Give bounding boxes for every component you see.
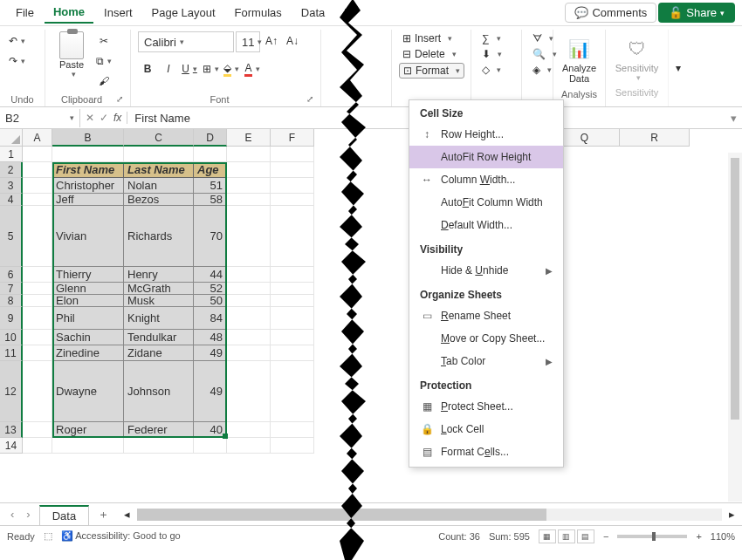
cell[interactable] xyxy=(271,295,314,307)
row-header-6[interactable]: 6 xyxy=(0,267,23,283)
cell[interactable]: Christopher xyxy=(52,178,124,194)
cell[interactable]: Sachin xyxy=(52,330,124,345)
undo-button[interactable]: ↶▾ xyxy=(7,31,26,51)
cell[interactable]: Zidane xyxy=(124,345,194,361)
scroll-right-icon[interactable]: ▸ xyxy=(729,508,735,521)
font-size-select[interactable]: 11▾ xyxy=(236,31,260,52)
cell[interactable] xyxy=(227,307,271,330)
clipboard-launcher[interactable]: ⤢ xyxy=(116,94,123,104)
cell[interactable]: Federer xyxy=(124,422,194,438)
zoom-in-button[interactable]: + xyxy=(696,531,701,542)
cell[interactable]: 84 xyxy=(194,307,227,330)
cell[interactable] xyxy=(23,283,52,295)
cell[interactable]: 49 xyxy=(194,345,227,361)
cell[interactable] xyxy=(23,307,52,330)
zoom-level[interactable]: 110% xyxy=(711,531,735,542)
menu-page-layout[interactable]: Page Layout xyxy=(143,3,224,23)
menu-item-autofit-column-width[interactable]: AutoFit Column Width xyxy=(409,191,563,214)
menu-item-lock-cell[interactable]: 🔒Lock Cell xyxy=(409,418,563,440)
cell[interactable] xyxy=(227,267,271,283)
cell[interactable] xyxy=(271,345,314,361)
row-header-14[interactable]: 14 xyxy=(0,438,23,454)
sheet-nav-prev[interactable]: ‹ xyxy=(7,508,17,521)
cell[interactable]: 48 xyxy=(194,330,227,345)
cell[interactable]: Vivian xyxy=(52,206,124,267)
sensitivity-button[interactable]: 🛡 Sensitivity ▾ xyxy=(613,31,661,85)
cell[interactable] xyxy=(271,206,314,267)
cell[interactable]: Glenn xyxy=(52,283,124,295)
italic-button[interactable]: I xyxy=(159,59,178,79)
cell[interactable] xyxy=(23,162,52,178)
macro-record-icon[interactable]: ⬚ xyxy=(44,530,52,542)
add-sheet-button[interactable]: ＋ xyxy=(94,506,112,523)
cell[interactable] xyxy=(227,361,271,422)
cell[interactable]: Phil xyxy=(52,307,124,330)
menu-item-default-width[interactable]: Default Width... xyxy=(409,214,563,236)
cell[interactable] xyxy=(227,162,271,178)
cell[interactable] xyxy=(227,206,271,267)
autosum-button[interactable]: ∑▾ xyxy=(478,31,505,45)
ribbon-collapse-button[interactable]: ▾ xyxy=(669,58,688,78)
cell[interactable] xyxy=(23,147,52,162)
cell[interactable]: Musk xyxy=(124,295,194,307)
cell[interactable] xyxy=(227,345,271,361)
font-name-select[interactable]: Calibri▾ xyxy=(138,31,234,52)
row-header-7[interactable]: 7 xyxy=(0,283,23,295)
cell[interactable] xyxy=(23,438,52,454)
cell[interactable]: First Name xyxy=(52,162,124,178)
cell[interactable] xyxy=(271,178,314,194)
cell[interactable] xyxy=(271,162,314,178)
column-header-C[interactable]: C xyxy=(124,129,194,147)
row-header-9[interactable]: 9 xyxy=(0,307,23,330)
cell[interactable] xyxy=(227,283,271,295)
copy-button[interactable]: ⧉▾ xyxy=(94,51,113,71)
underline-button[interactable]: U▾ xyxy=(180,59,199,79)
menu-formulas[interactable]: Formulas xyxy=(226,3,291,23)
sheet-tab-data[interactable]: Data xyxy=(39,505,89,526)
menu-item-move-or-copy-sheet[interactable]: Move or Copy Sheet... xyxy=(409,327,563,350)
cell[interactable] xyxy=(271,147,314,162)
cell[interactable] xyxy=(52,438,124,454)
cell[interactable]: Age xyxy=(194,162,227,178)
column-header-D[interactable]: D xyxy=(194,129,227,147)
menu-item-format-cells[interactable]: ▤Format Cells... xyxy=(409,440,563,463)
row-header-11[interactable]: 11 xyxy=(0,345,23,361)
comments-button[interactable]: 💬 Comments xyxy=(565,3,656,23)
cell[interactable] xyxy=(227,194,271,206)
cell[interactable]: 49 xyxy=(194,361,227,422)
menu-file[interactable]: File xyxy=(7,3,43,23)
menu-item-rename-sheet[interactable]: ▭Rename Sheet xyxy=(409,304,563,327)
enter-formula-icon[interactable]: ✓ xyxy=(100,112,108,124)
cell[interactable] xyxy=(227,295,271,307)
insert-cells-button[interactable]: ⊞Insert▾ xyxy=(399,31,456,45)
column-header-F[interactable]: F xyxy=(271,129,314,147)
cell[interactable] xyxy=(23,267,52,283)
vertical-scrollbar[interactable] xyxy=(728,153,742,502)
cell[interactable] xyxy=(23,330,52,345)
cell[interactable]: Jeff xyxy=(52,194,124,206)
decrease-font-button[interactable]: A↓ xyxy=(283,31,302,51)
view-page-layout-button[interactable]: ▥ xyxy=(558,529,575,543)
borders-button[interactable]: ⊞▾ xyxy=(201,59,220,79)
cell[interactable]: Knight xyxy=(124,307,194,330)
bold-button[interactable]: B xyxy=(138,59,157,79)
menu-item-hide-unhide[interactable]: Hide & Unhide▶ xyxy=(409,259,563,282)
cell[interactable]: McGrath xyxy=(124,283,194,295)
cell[interactable] xyxy=(23,194,52,206)
font-color-button[interactable]: A▾ xyxy=(243,59,262,79)
cell[interactable] xyxy=(271,307,314,330)
cell[interactable]: Last Name xyxy=(124,162,194,178)
cell[interactable]: 52 xyxy=(194,283,227,295)
menu-item-column-width[interactable]: ↔Column Width... xyxy=(409,168,563,191)
cell[interactable]: 40 xyxy=(194,422,227,438)
expand-formula-bar[interactable]: ▾ xyxy=(725,112,742,125)
column-header-E[interactable]: E xyxy=(227,129,271,147)
menu-item-protect-sheet[interactable]: ▦Protect Sheet... xyxy=(409,395,563,418)
cell[interactable] xyxy=(23,361,52,422)
clear-format-button[interactable]: ◈▾ xyxy=(529,63,555,77)
spreadsheet-grid[interactable]: ABCDEF QR 12First NameLast NameAge3Chris… xyxy=(0,129,742,502)
row-header-2[interactable]: 2 xyxy=(0,162,23,178)
menu-review-cut[interactable]: R xyxy=(335,3,361,23)
cell[interactable] xyxy=(52,147,124,162)
zoom-out-button[interactable]: − xyxy=(603,531,608,542)
